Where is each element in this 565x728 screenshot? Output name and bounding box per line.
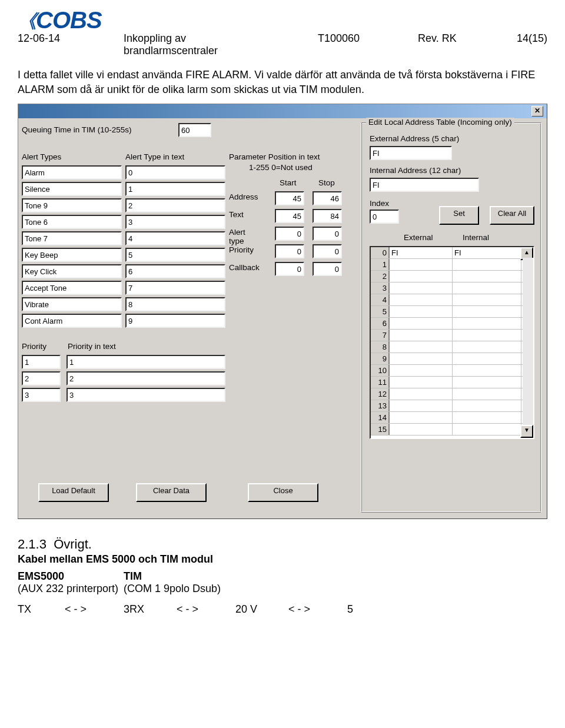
param-stop-field[interactable] [313, 227, 342, 241]
close-icon[interactable]: ✕ [531, 106, 543, 117]
queuing-input[interactable] [178, 123, 211, 137]
table-row[interactable]: 4 [371, 294, 533, 306]
address-table[interactable]: ▲ ▼ 0FIFI123456789101112131415 [370, 246, 534, 439]
alert-type-text-field[interactable] [125, 165, 225, 179]
load-default-button[interactable]: Load Default [38, 483, 109, 502]
table-cell-int [453, 306, 521, 317]
table-cell-index: 5 [371, 306, 390, 317]
tbl-int-hdr: Internal [463, 233, 489, 242]
table-cell-ext [390, 330, 453, 341]
param-stop-field[interactable] [313, 244, 342, 258]
scroll-down-icon[interactable]: ▼ [520, 425, 533, 438]
table-cell-ext [390, 388, 453, 400]
priority-text-field[interactable] [67, 371, 225, 385]
priority-field[interactable] [22, 388, 61, 402]
alert-type-field[interactable] [22, 231, 122, 245]
table-cell-int [453, 282, 521, 294]
table-row[interactable]: 9 [371, 353, 533, 365]
table-row[interactable]: 0FIFI [371, 247, 533, 259]
table-cell-int [453, 377, 521, 388]
index-input[interactable] [370, 210, 399, 224]
table-cell-index: 13 [371, 400, 390, 411]
alert-type-text-field[interactable] [125, 264, 225, 278]
table-row[interactable]: 10 [371, 365, 533, 377]
table-row[interactable]: 1 [371, 259, 533, 271]
table-cell-ext [390, 377, 453, 388]
param-stop-field[interactable] [313, 191, 342, 205]
start-hdr: Start [280, 178, 297, 187]
param-start-field[interactable] [275, 262, 304, 276]
table-cell-index: 0 [371, 247, 390, 258]
clear-all-button[interactable]: Clear All [490, 206, 534, 225]
close-button[interactable]: Close [248, 483, 318, 502]
doc-header: 12-06-14 Inkoppling av brandlarmscentral… [18, 32, 547, 57]
alert-type-field[interactable] [22, 297, 122, 311]
table-cell-int [453, 259, 521, 270]
priority-text-field[interactable] [67, 388, 225, 402]
table-cell-ext [390, 412, 453, 423]
param-start-field[interactable] [275, 209, 304, 223]
param-stop-field[interactable] [313, 262, 342, 276]
alert-type-text-field[interactable] [125, 297, 225, 311]
table-row[interactable]: 2 [371, 271, 533, 282]
table-row[interactable]: 13 [371, 400, 533, 412]
table-row[interactable]: 7 [371, 330, 533, 341]
table-cell-int [453, 271, 521, 282]
table-cell-ext [390, 259, 453, 270]
param-row-label: Address [229, 192, 258, 201]
table-cell-ext [390, 365, 453, 376]
alert-type-field[interactable] [22, 182, 122, 196]
table-cell-ext [390, 318, 453, 329]
alert-type-text-field[interactable] [125, 231, 225, 245]
table-cell-ext [390, 271, 453, 282]
alert-type-field[interactable] [22, 215, 122, 229]
scrollbar[interactable] [523, 258, 533, 427]
alert-type-text-field[interactable] [125, 248, 225, 262]
section-sub: Kabel mellan EMS 5000 och TIM modul [18, 553, 547, 566]
table-row[interactable]: 6 [371, 318, 533, 330]
table-row[interactable]: 8 [371, 341, 533, 353]
priority-field[interactable] [22, 371, 61, 385]
table-cell-index: 3 [371, 282, 390, 294]
table-row[interactable]: 14 [371, 412, 533, 424]
alert-type-text-field[interactable] [125, 198, 225, 212]
alert-type-text-field[interactable] [125, 281, 225, 295]
alert-type-text-field[interactable] [125, 182, 225, 196]
alert-type-field[interactable] [22, 165, 122, 179]
ext-addr-input[interactable] [370, 146, 452, 160]
hdr-rev: Rev. RK [418, 32, 471, 57]
alert-type-field[interactable] [22, 248, 122, 262]
table-row[interactable]: 15 [371, 424, 533, 436]
set-button[interactable]: Set [439, 206, 479, 225]
alert-type-text-field[interactable] [125, 314, 225, 328]
alert-type-field[interactable] [22, 281, 122, 295]
table-cell-int: FI [453, 247, 521, 258]
table-row[interactable]: 11 [371, 377, 533, 388]
clear-data-button[interactable]: Clear Data [136, 483, 207, 502]
ext-addr-label: External Address (5 char) [370, 134, 459, 143]
priority-hdr: Priority [22, 342, 46, 351]
table-cell-int [453, 353, 521, 364]
param-start-field[interactable] [275, 244, 304, 258]
titlebar: ✕ [18, 104, 547, 118]
priority-field[interactable] [22, 355, 61, 369]
alert-type-field[interactable] [22, 314, 122, 328]
alert-type-field[interactable] [22, 264, 122, 278]
alert-type-field[interactable] [22, 198, 122, 212]
hdr-doc: T100060 [318, 32, 383, 57]
table-cell-index: 4 [371, 294, 390, 305]
table-row[interactable]: 3 [371, 282, 533, 294]
table-cell-ext [390, 400, 453, 411]
priority-text-field[interactable] [67, 355, 225, 369]
param-stop-field[interactable] [313, 209, 342, 223]
int-addr-input[interactable] [370, 178, 479, 192]
alert-type-text-field[interactable] [125, 215, 225, 229]
table-row[interactable]: 12 [371, 388, 533, 400]
param-start-field[interactable] [275, 227, 304, 241]
param-row-label: Alert type [229, 228, 245, 245]
param-start-field[interactable] [275, 191, 304, 205]
logo: 《COBS [18, 0, 547, 35]
table-row[interactable]: 5 [371, 306, 533, 318]
table-cell-int [453, 412, 521, 423]
table-cell-int [453, 294, 521, 305]
